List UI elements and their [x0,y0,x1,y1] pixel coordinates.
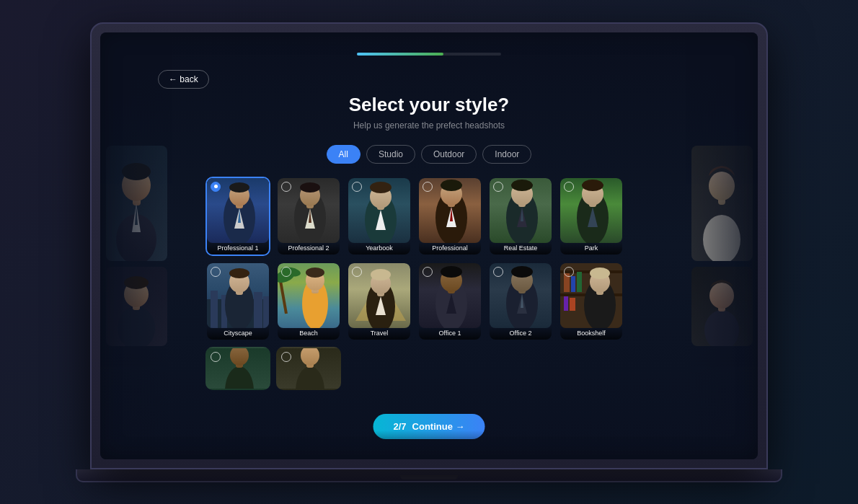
page-subtitle: Help us generate the prefect headshots [353,120,505,131]
style-grid-row2: Cityscape [205,262,653,341]
style-item-beach[interactable]: Beach [276,262,341,341]
style-item-label-park: Park [560,242,622,255]
style-item-office1[interactable]: Office 1 [417,262,482,341]
style-item-label-cityscape: Cityscape [207,327,269,340]
svg-point-80 [511,266,533,278]
style-item-radio-beach [281,267,291,277]
style-item-label-bookshelf: Bookshelf [560,327,622,340]
style-item-radio-bookshelf [564,267,574,277]
style-item-radio-office1 [423,267,433,277]
style-item-label-office2: Office 2 [490,327,552,340]
svg-rect-89 [564,296,568,311]
svg-rect-51 [211,291,218,328]
laptop-notch [400,475,458,479]
style-item-radio-cityscape [211,267,221,277]
style-item-extra1[interactable] [205,347,270,390]
svg-point-42 [511,180,533,191]
style-item-radio-travel [352,267,362,277]
style-item-professional2[interactable]: Professional 2 [276,177,341,256]
style-item-label-beach: Beach [278,327,340,340]
svg-point-48 [582,180,603,191]
filter-tab-indoor[interactable]: Indoor [482,145,531,164]
filter-tab-outdoor[interactable]: Outdoor [421,145,477,164]
svg-rect-59 [278,278,288,314]
style-item-radio-prof3 [423,182,433,192]
style-item-radio-office2 [493,267,503,277]
continue-label: Continue → [412,421,465,432]
screen: ← back [100,32,758,459]
style-item-travel[interactable]: Travel [347,262,412,341]
style-item-office2[interactable]: Office 2 [488,262,553,341]
svg-point-31 [370,182,392,193]
svg-point-98 [296,366,324,390]
svg-point-25 [300,182,320,193]
style-grid-row3 [205,347,653,390]
filter-tab-all[interactable]: All [327,145,361,164]
continue-progress: 2/7 [393,421,406,432]
svg-rect-87 [577,272,582,292]
style-item-radio-yearbook [352,182,362,192]
style-item-radio-extra1 [211,352,221,362]
style-item-yearbook[interactable]: Yearbook [347,177,412,256]
style-item-label-yearbook: Yearbook [348,242,410,255]
main-content: Select your style? Help us generate the … [100,32,758,459]
filter-tabs: All Studio Outdoor Indoor [327,145,532,164]
style-item-label-office1: Office 1 [419,327,481,340]
style-item-label-realestate: Real Estate [490,242,552,255]
style-item-professional3[interactable]: Professional [417,177,482,256]
style-item-extra2[interactable] [276,347,341,390]
style-item-label-prof1: Professional 1 [207,242,269,255]
svg-rect-90 [570,298,575,311]
laptop-body: ← back [90,22,768,469]
style-item-park[interactable]: Park [559,177,624,256]
svg-point-36 [441,180,462,191]
continue-button[interactable]: 2/7 Continue → [373,414,485,439]
svg-rect-86 [571,276,575,292]
style-item-cityscape[interactable]: Cityscape [205,262,270,341]
svg-rect-53 [254,292,262,328]
style-grid-row1: Professional 1 [205,177,653,256]
page-title: Select your style? [349,94,510,116]
style-item-radio-extra2 [281,352,291,362]
svg-point-19 [229,182,249,193]
style-item-bookshelf[interactable]: Bookshelf [559,262,624,341]
style-item-realestate[interactable]: Real Estate [488,177,553,256]
svg-point-75 [441,266,462,278]
svg-point-65 [306,268,324,278]
svg-point-70 [371,269,391,280]
style-item-radio-prof1 [211,182,221,192]
svg-point-58 [229,268,249,278]
style-item-label-prof2: Professional 2 [278,242,340,255]
style-grid-container: Professional 1 [205,177,653,390]
svg-rect-54 [263,296,269,328]
svg-point-97 [230,348,249,366]
style-item-radio-realestate [493,182,503,192]
laptop-wrapper: ← back [0,0,858,504]
filter-tab-studio[interactable]: Studio [366,145,415,164]
style-item-radio-park [564,182,574,192]
style-item-label-prof3: Professional [419,242,481,255]
svg-point-94 [590,268,610,279]
svg-point-95 [225,366,254,390]
laptop-base [76,469,782,482]
svg-point-100 [301,348,319,366]
style-item-professional1[interactable]: Professional 1 [205,177,270,256]
style-item-label-travel: Travel [348,327,410,340]
style-item-radio-prof2 [281,182,291,192]
